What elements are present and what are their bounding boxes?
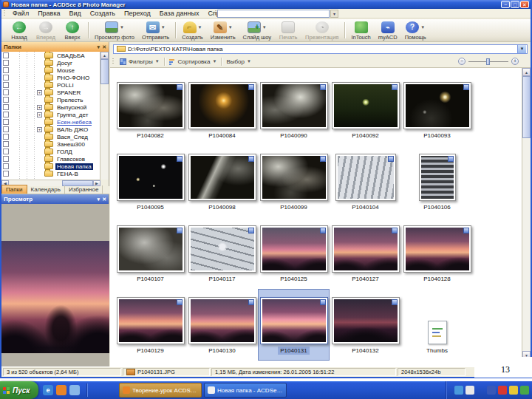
scroll-up-icon[interactable]: ▲ [522,68,531,76]
zoom-slider[interactable] [468,58,508,65]
acdsee-icon[interactable] [56,385,66,395]
dropdown-arrow-icon[interactable]: ▼ [262,25,267,30]
scrollbar-thumb[interactable] [522,76,531,138]
toolbar-button-print[interactable]: Печать [275,19,301,41]
folder-checkbox[interactable] [3,171,9,177]
toolbar-button-help[interactable]: ▼Помощь [401,19,430,41]
thumbnail-cell[interactable]: P1040125 [258,217,330,289]
toolbar-button-intouch[interactable]: InTouch [347,19,374,41]
thumbnail-cell[interactable]: P1040099 [258,146,330,217]
scrollbar-thumb[interactable] [100,59,109,84]
dropdown-arrow-icon[interactable]: ▼ [420,25,425,30]
folder-item[interactable]: +SPANER [1,89,100,96]
drag-handle[interactable] [215,10,217,17]
tray-icon[interactable] [466,386,474,395]
pane-pin-icon[interactable]: ▾ [98,197,100,202]
taskbar-task[interactable]: Творение-урок ACDSee 8.0 Ph… [119,383,202,398]
titlebar[interactable]: Новая папка - ACDSee 8 Photo Manager − □… [1,0,531,9]
thumbnail-cell[interactable]: P1040117 [186,217,258,289]
address-dropdown-icon[interactable]: ▼ [517,45,526,53]
close-button[interactable]: ✕ [520,1,529,8]
expander-icon[interactable]: + [37,90,42,95]
toolbar-button-send[interactable]: ▼Отправить [138,19,173,41]
menu-item[interactable]: База данных [155,9,204,18]
dropdown-arrow-icon[interactable]: ▼ [120,25,124,30]
show-desktop-icon[interactable] [69,385,80,395]
thumbnail-cell[interactable]: P1040104 [330,146,401,217]
thumbnail-cell[interactable]: P1040130 [186,289,258,361]
folder-item[interactable]: +Занеш300 [1,140,100,148]
folder-item[interactable]: +ВАЛЬ ДЖО [1,126,100,133]
folder-checkbox[interactable] [3,60,9,66]
panel-tab[interactable]: Избранное [65,185,103,194]
folder-checkbox[interactable] [3,52,9,58]
scroll-up-icon[interactable]: ▲ [100,52,109,59]
minimize-button[interactable]: − [501,1,510,8]
thumbnail-cell[interactable]: P1040098 [186,146,258,217]
menu-item[interactable]: Вид [65,9,86,18]
expander-icon[interactable]: + [37,112,42,117]
folder-checkbox[interactable] [3,126,9,132]
thumbnail-cell[interactable]: P1040090 [258,74,330,146]
menu-item[interactable]: Создать [86,9,120,18]
folder-item[interactable]: +Главсоков [1,155,100,163]
thumbnail-cell[interactable]: Thumbs [401,289,473,361]
tray-icon[interactable] [487,386,496,395]
dropdown-arrow-icon[interactable]: ▼ [198,25,202,30]
tree-vertical-scrollbar[interactable]: ▲ [100,52,109,180]
panel-tab[interactable]: Календарь [27,185,65,194]
quick-search-input[interactable] [217,10,330,18]
zoom-out-button[interactable]: − [458,58,466,65]
sort-button[interactable]: Сортировка ▼ [166,57,220,66]
thumbnail-cell[interactable]: P1040127 [330,217,401,289]
thumbnail-cell[interactable]: P1040129 [115,289,186,361]
folder-checkbox[interactable] [3,134,9,140]
taskbar-task[interactable]: Новая папка - ACDSe… [204,383,287,398]
folder-checkbox[interactable] [3,82,9,88]
folder-item[interactable]: +ГОЛД [1,148,100,155]
zoom-slider-thumb[interactable] [486,58,490,65]
folder-checkbox[interactable] [3,97,9,103]
tray-icon[interactable] [509,386,518,395]
folder-item[interactable]: +Досуг [1,59,100,66]
content-scrollbar[interactable]: ▲ ▼ [522,68,531,359]
thumbnail-cell[interactable]: P1040093 [401,74,473,146]
toolbar-button-up[interactable]: Вверх [59,19,86,41]
quick-search-dropdown[interactable]: ▾ [330,10,338,18]
toolbar-button-myacd[interactable]: myACD [375,19,401,41]
toolbar-button-forward[interactable]: Вперед [33,19,59,41]
folder-item[interactable]: +СВАДЬБА [1,52,100,59]
drag-handle[interactable] [4,10,6,17]
folder-checkbox[interactable] [3,112,9,117]
folder-checkbox[interactable] [3,163,9,169]
folder-item[interactable]: +Группа_дет [1,111,100,118]
toolbar-button-back[interactable]: Назад [6,19,33,41]
drag-handle[interactable] [112,58,115,65]
internet-explorer-icon[interactable]: e [43,385,53,395]
folder-item[interactable]: +ГЕНА-В [1,170,100,177]
maximize-button[interactable]: □ [511,1,519,8]
folder-item[interactable]: +Выпускной [1,103,100,111]
folder-checkbox[interactable] [3,141,9,147]
panel-tab[interactable]: Папки [1,185,27,194]
toolbar-button-view[interactable]: ▼Просмотр фото [91,19,138,41]
folder-checkbox[interactable] [3,156,9,162]
folder-checkbox[interactable] [3,89,9,95]
start-button[interactable]: Пуск [0,381,38,399]
folder-item[interactable]: +Есен-небеса [1,118,100,126]
tray-icon[interactable] [498,386,507,395]
preview-image[interactable] [1,241,109,353]
folder-checkbox[interactable] [3,75,9,81]
thumbnail-cell[interactable]: P1040131 [258,289,330,361]
thumbnail-cell[interactable]: P1040095 [115,146,186,217]
select-button[interactable]: Выбор ▼ [223,57,254,66]
filter-button[interactable]: Фильтры ▼ [117,57,163,66]
thumbnail-cell[interactable]: P1040092 [330,74,401,146]
menu-item[interactable]: Файл [8,9,33,18]
toolbar-button-create[interactable]: ▼Создать [178,19,207,41]
tray-icon[interactable] [520,386,529,395]
menu-item[interactable]: Переход [120,9,155,18]
toolbar-button-slideshow[interactable]: ▼Слайд шоу [239,19,275,41]
thumbnail-cell[interactable]: P1040106 [401,146,473,217]
toolbar-button-edit[interactable]: ▼Изменить [207,19,239,41]
